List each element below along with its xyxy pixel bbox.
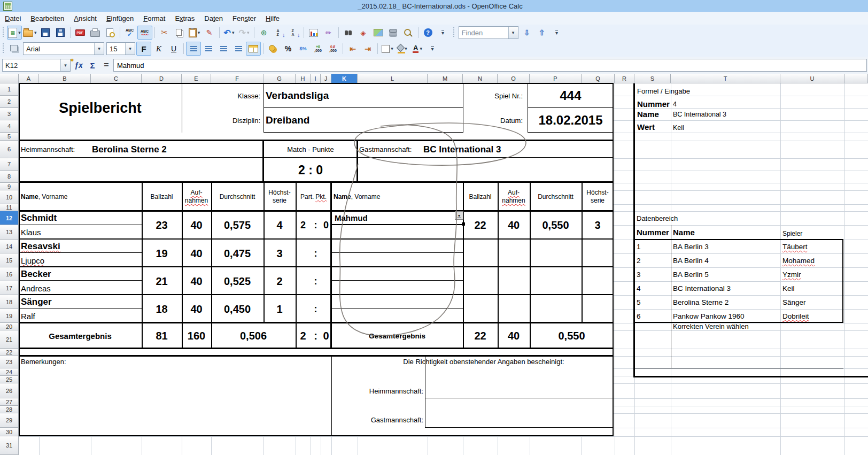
cell-home-player-3-ballzahl[interactable]: 21 bbox=[142, 267, 182, 295]
row-header-6[interactable]: 6 bbox=[0, 141, 19, 158]
cell-daten-row-3-spieler[interactable]: Yzmir bbox=[782, 267, 842, 281]
save-button[interactable] bbox=[38, 26, 53, 40]
cell-total-home-aufnahmen[interactable]: 160 bbox=[182, 323, 211, 349]
chevron-down-icon[interactable]: ▾ bbox=[198, 30, 200, 35]
cell-datum-label[interactable]: Datum: bbox=[463, 108, 527, 133]
cell-daten-header-spieler[interactable]: Spieler bbox=[782, 228, 841, 240]
row-header-23[interactable]: 23 bbox=[0, 356, 19, 368]
cell-total-part-colon[interactable]: : bbox=[311, 323, 321, 349]
cell-guest-player-3-aufnahmen[interactable] bbox=[498, 267, 530, 295]
cell-spielnr-value[interactable]: 444 bbox=[528, 83, 614, 108]
row-header-13[interactable]: 13 bbox=[0, 225, 19, 240]
sort-descending-button[interactable]: ZA bbox=[286, 26, 301, 40]
cell-home-player-3-serie[interactable]: 2 bbox=[264, 267, 296, 295]
menu-ansicht[interactable]: Ansicht bbox=[69, 13, 102, 24]
cell-total-part-home[interactable]: 2 bbox=[296, 323, 311, 349]
row-header-15[interactable]: 15 bbox=[0, 253, 19, 267]
cell-match-punkte-label[interactable]: Match - Punkte bbox=[264, 141, 358, 158]
formula-button[interactable]: = bbox=[99, 59, 113, 71]
menu-fenster[interactable]: Fenster bbox=[228, 13, 261, 24]
data-sources-button[interactable] bbox=[386, 26, 401, 40]
cell-daten-row-3-name[interactable]: BA Berlin 5 bbox=[673, 267, 777, 281]
cell-gesamtergebnis-home-label[interactable]: Gesamtergebnis bbox=[19, 323, 142, 349]
cell-home-player-1-durchschnitt[interactable]: 0,575 bbox=[211, 211, 264, 240]
cell-daten-row-5-spieler[interactable]: Sänger bbox=[782, 295, 842, 309]
header-name-right[interactable]: Name, Vorname bbox=[334, 182, 461, 211]
column-header-F[interactable]: F bbox=[211, 74, 264, 83]
row-header-10[interactable]: 10 bbox=[0, 190, 19, 204]
column-header-R[interactable]: R bbox=[615, 74, 634, 83]
chevron-down-icon[interactable]: ▾ bbox=[247, 30, 250, 35]
column-header-T[interactable]: T bbox=[671, 74, 780, 83]
show-draw-functions-button[interactable]: ✏ bbox=[321, 26, 336, 40]
row-header-7[interactable]: 7 bbox=[0, 158, 19, 171]
cell-home-player-2-aufnahmen[interactable]: 40 bbox=[182, 240, 211, 267]
cell-daten-row-2-spieler[interactable]: Mohamed bbox=[782, 253, 842, 267]
chevron-down-icon[interactable]: ▾ bbox=[125, 43, 135, 55]
cell-total-home-ballzahl[interactable]: 81 bbox=[142, 323, 182, 349]
cell-home-player-1-last[interactable]: Schmidt bbox=[21, 212, 140, 225]
cell-part-guest-3[interactable] bbox=[321, 267, 331, 295]
row-header-30[interactable]: 30 bbox=[0, 428, 19, 436]
hyperlink-button[interactable]: ⊕ bbox=[257, 26, 272, 40]
cell-part-guest-4[interactable] bbox=[321, 295, 331, 323]
toolbar-grip[interactable] bbox=[2, 43, 5, 54]
cell-guest-player-4-serie[interactable] bbox=[582, 295, 614, 323]
cell-klasse-value[interactable]: Verbandsliga bbox=[266, 83, 442, 108]
cell-daten-row-6-name[interactable]: Pankow Pankow 1960 bbox=[673, 309, 777, 323]
print-button[interactable] bbox=[88, 26, 103, 40]
cell-home-player-2-last[interactable]: Resavski bbox=[21, 240, 140, 253]
chevron-down-icon[interactable]: ▾ bbox=[405, 46, 407, 51]
find-and-replace-button[interactable] bbox=[341, 26, 356, 40]
borders-button[interactable]: ▾ bbox=[380, 42, 395, 56]
cell-total-guest-durchschnitt[interactable]: 0,550 bbox=[530, 323, 614, 349]
cell-gesamtergebnis-guest-label[interactable]: Gesamtergebnis bbox=[331, 323, 463, 349]
find-next-button[interactable]: ⇩ bbox=[520, 26, 534, 40]
column-header-U[interactable]: U bbox=[780, 74, 844, 83]
zoom-button[interactable] bbox=[401, 26, 416, 40]
row-header-28[interactable]: 28 bbox=[0, 406, 19, 413]
cell-daten-row-2-name[interactable]: BA Berlin 4 bbox=[673, 253, 777, 267]
align-center-button[interactable] bbox=[201, 42, 216, 56]
cell-total-part-guest[interactable]: 0 bbox=[321, 323, 331, 349]
row-header-11[interactable]: 11 bbox=[0, 204, 19, 211]
row-header-25[interactable]: 25 bbox=[0, 376, 19, 383]
cell-daten-row-4-name[interactable]: BC International 3 bbox=[673, 281, 777, 295]
cell-home-player-4-first[interactable]: Ralf bbox=[21, 310, 140, 322]
column-header-A[interactable]: A bbox=[19, 74, 39, 83]
row-header-8[interactable]: 8 bbox=[0, 171, 19, 183]
merge-cells-button[interactable] bbox=[246, 42, 261, 56]
cell-formel-wert-value[interactable]: Keil bbox=[673, 124, 780, 132]
cell-gast-signature-label[interactable]: Gastmannschaft: bbox=[331, 414, 423, 426]
cell-formel-name-label[interactable]: Name bbox=[637, 109, 670, 119]
row-header-27[interactable]: 27 bbox=[0, 398, 19, 406]
function-wizard-button[interactable]: ƒx bbox=[72, 59, 86, 71]
cell-disziplin-label[interactable]: Disziplin: bbox=[182, 108, 264, 133]
cell-form-title[interactable]: Spielbericht bbox=[19, 83, 182, 133]
cell-total-guest-aufnahmen[interactable]: 40 bbox=[498, 323, 530, 349]
column-header-O[interactable]: O bbox=[498, 74, 530, 83]
cell-formel-name-value[interactable]: BC International 3 bbox=[673, 110, 780, 119]
cell-bemerkungen-label[interactable]: Bemerkungen: bbox=[21, 356, 138, 367]
cut-button[interactable]: ✂ bbox=[157, 26, 172, 40]
row-header-2[interactable]: 2 bbox=[0, 96, 19, 108]
cell-guest-player-4-durchschnitt[interactable] bbox=[530, 295, 582, 323]
cell-home-player-3-aufnahmen[interactable]: 40 bbox=[182, 267, 211, 295]
column-header-partial[interactable] bbox=[844, 74, 868, 83]
chevron-down-icon[interactable]: ▾ bbox=[391, 46, 393, 51]
spellcheck-button[interactable]: ABC bbox=[122, 26, 137, 40]
row-header-9[interactable]: 9 bbox=[0, 183, 19, 190]
sum-button[interactable]: Σ bbox=[86, 59, 99, 71]
cell-guest-player-2-durchschnitt[interactable] bbox=[530, 240, 582, 267]
menu-format[interactable]: Format bbox=[138, 13, 170, 24]
chevron-down-icon[interactable]: ▾ bbox=[94, 43, 104, 55]
cell-klasse-label[interactable]: Klasse: bbox=[182, 83, 264, 108]
header-aufnahmen-left[interactable]: Auf-nahmen bbox=[182, 182, 211, 211]
validation-dropdown-button[interactable]: ▼ bbox=[455, 211, 463, 220]
cell-part-colon-2[interactable]: : bbox=[311, 240, 321, 267]
row-header-14[interactable]: 14 bbox=[0, 240, 19, 253]
row-header-5[interactable]: 5 bbox=[0, 133, 19, 141]
cell-home-player-1-first[interactable]: Klaus bbox=[21, 226, 140, 239]
save-as-button[interactable] bbox=[53, 26, 68, 40]
column-header-D[interactable]: D bbox=[142, 74, 182, 83]
